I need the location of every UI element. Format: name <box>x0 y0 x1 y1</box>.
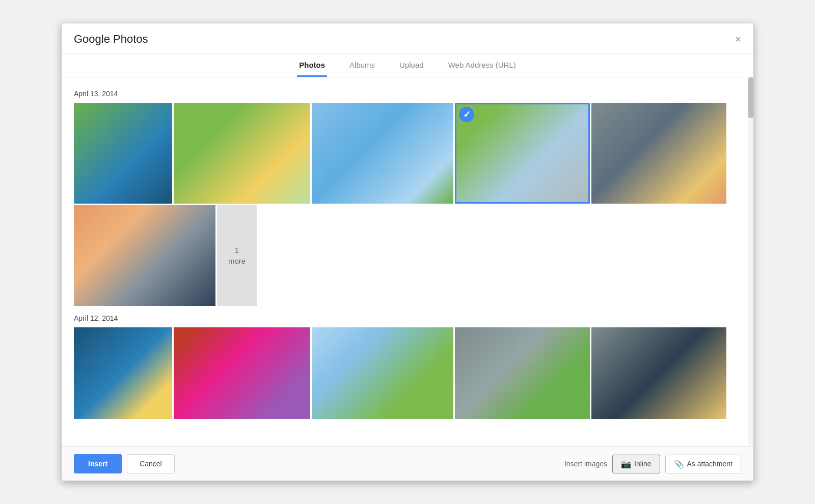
photo-thumb-selected[interactable]: ✓ <box>455 103 590 204</box>
tab-albums[interactable]: Albums <box>347 53 377 77</box>
photo-thumb[interactable] <box>174 103 310 204</box>
tab-photos[interactable]: Photos <box>297 53 327 77</box>
google-photos-dialog: Google Photos × Photos Albums Upload Web… <box>61 23 754 481</box>
photo-thumb[interactable] <box>74 327 172 419</box>
inline-icon: 📷 <box>621 459 631 469</box>
insert-images-label: Insert images <box>564 460 607 468</box>
photo-thumb[interactable] <box>74 205 215 306</box>
photo-row <box>74 327 741 419</box>
dialog-header: Google Photos × <box>62 23 753 53</box>
tab-bar: Photos Albums Upload Web Address (URL) <box>62 53 753 77</box>
insert-options: Insert images 📷 Inline 📎 As attachment <box>564 455 741 473</box>
photo-thumb[interactable] <box>312 327 453 419</box>
selected-check-badge: ✓ <box>459 107 474 122</box>
attachment-icon: 📎 <box>674 459 684 469</box>
inline-option[interactable]: 📷 Inline <box>612 455 660 473</box>
insert-button[interactable]: Insert <box>74 454 122 473</box>
photo-row: 1more <box>74 205 741 306</box>
attachment-label: As attachment <box>687 460 733 468</box>
photo-thumb[interactable] <box>174 327 310 419</box>
scrollbar-thumb[interactable] <box>748 77 753 118</box>
photo-thumb[interactable] <box>74 103 172 204</box>
footer-actions: Insert Cancel <box>74 454 175 473</box>
more-count: 1more <box>228 245 246 266</box>
attachment-option[interactable]: 📎 As attachment <box>665 455 742 473</box>
photo-thumb[interactable] <box>455 327 590 419</box>
photo-thumb[interactable] <box>312 103 453 204</box>
photo-thumb[interactable] <box>591 103 726 204</box>
tab-url[interactable]: Web Address (URL) <box>446 53 518 77</box>
close-button[interactable]: × <box>735 34 741 51</box>
dialog-body: April 13, 2014 ✓ 1more April 12, 2014 <box>62 77 753 446</box>
date-section-1: April 13, 2014 <box>74 90 741 98</box>
more-photos-overlay[interactable]: 1more <box>217 205 257 306</box>
inline-label: Inline <box>634 460 651 468</box>
photo-row: ✓ <box>74 103 741 204</box>
dialog-title: Google Photos <box>74 33 148 53</box>
dialog-footer: Insert Cancel Insert images 📷 Inline 📎 A… <box>62 446 753 481</box>
cancel-button[interactable]: Cancel <box>127 454 175 473</box>
scrollbar-track <box>748 77 753 446</box>
date-section-2: April 12, 2014 <box>74 314 741 322</box>
photo-thumb[interactable] <box>591 327 726 419</box>
tab-upload[interactable]: Upload <box>397 53 426 77</box>
